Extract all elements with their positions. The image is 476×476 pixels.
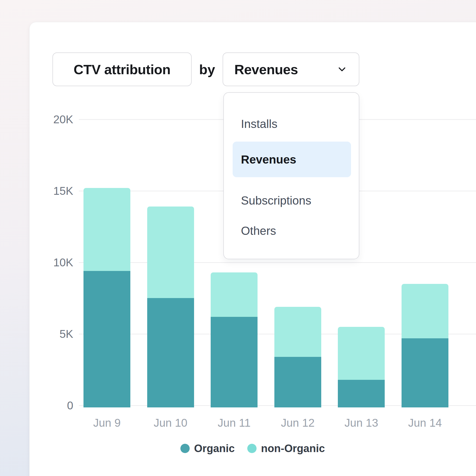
bar-segment-non-organic-jun-14[interactable]: [402, 284, 448, 338]
connector-label: by: [192, 52, 223, 86]
x-axis-label-jun-12: Jun 12: [266, 416, 330, 429]
y-axis-label-15k: 15K: [32, 184, 73, 198]
chevron-down-icon: [336, 64, 348, 75]
title-chip[interactable]: CTV attribution: [52, 52, 192, 86]
bar-jun-10[interactable]: [147, 206, 194, 408]
bar-segment-organic-jun-10[interactable]: [147, 298, 194, 408]
bar-segment-non-organic-jun-9[interactable]: [84, 188, 130, 271]
bar-segment-non-organic-jun-11[interactable]: [211, 272, 257, 317]
x-axis-label-jun-9: Jun 9: [75, 416, 139, 429]
metric-dropdown-value: Revenues: [234, 62, 298, 77]
legend-dot-organic: [180, 444, 190, 453]
x-axis-label-jun-13: Jun 13: [330, 416, 393, 429]
dropdown-item-revenues[interactable]: Revenues: [233, 142, 351, 177]
bar-segment-organic-jun-13[interactable]: [338, 380, 385, 408]
chart-legend: Organic non-Organic: [29, 442, 476, 455]
x-axis-label-jun-14: Jun 14: [393, 416, 457, 429]
y-axis-label-10k: 10K: [32, 256, 73, 269]
x-axis-label-jun-10: Jun 10: [139, 416, 202, 429]
dropdown-item-others[interactable]: Others: [224, 217, 359, 244]
bar-jun-14[interactable]: [402, 284, 448, 408]
bar-jun-11[interactable]: [211, 272, 257, 408]
y-axis-label-5k: 5K: [32, 327, 73, 340]
bar-segment-organic-jun-12[interactable]: [274, 357, 321, 408]
legend-item-non-organic[interactable]: non-Organic: [247, 442, 325, 455]
chart-title: CTV attribution: [74, 62, 171, 77]
bar-jun-9[interactable]: [84, 188, 130, 408]
bar-segment-organic-jun-14[interactable]: [402, 338, 448, 408]
legend-dot-non-organic: [247, 444, 256, 453]
bar-segment-organic-jun-9[interactable]: [84, 271, 130, 408]
legend-item-organic[interactable]: Organic: [180, 442, 235, 455]
dropdown-item-subscriptions[interactable]: Subscriptions: [224, 187, 359, 214]
y-axis-label-20k: 20K: [32, 113, 73, 126]
gridline-10k: [79, 262, 476, 263]
y-axis-label-0: 0: [32, 399, 73, 412]
metric-dropdown-menu: Installs Revenues Subscriptions Others: [223, 92, 359, 259]
bar-jun-12[interactable]: [274, 307, 321, 408]
metric-dropdown-button[interactable]: Revenues: [223, 52, 359, 86]
bar-jun-13[interactable]: [338, 327, 385, 408]
bar-segment-non-organic-jun-13[interactable]: [338, 327, 385, 380]
bar-segment-organic-jun-11[interactable]: [211, 317, 257, 408]
legend-label-organic: Organic: [194, 442, 235, 455]
legend-label-non-organic: non-Organic: [261, 442, 325, 455]
bar-segment-non-organic-jun-10[interactable]: [147, 206, 194, 298]
page-background: CTV attribution by Revenues Installs Rev…: [0, 0, 476, 476]
dropdown-item-installs[interactable]: Installs: [224, 110, 359, 137]
x-axis-label-jun-11: Jun 11: [202, 416, 266, 429]
bar-segment-non-organic-jun-12[interactable]: [274, 307, 321, 357]
